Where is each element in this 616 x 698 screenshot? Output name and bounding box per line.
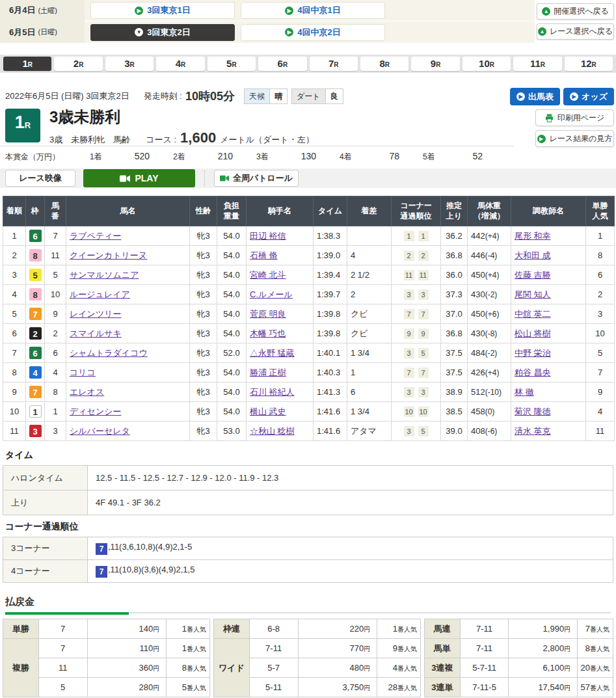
bracket-badge: 5 [29,269,42,281]
bet-type-label: 3連単 [424,678,460,697]
finish-position: 9 [3,383,26,402]
payout-popularity: 5番人気 [167,678,210,697]
result-guide-button[interactable]: ▶レース結果の見方 [535,130,614,147]
trainer-link[interactable]: 大和田 成 [515,250,551,260]
horse-name-link[interactable]: エレオス [70,387,104,397]
horse-name-link[interactable]: サンマルソムニア [70,270,139,280]
race-tab-4r[interactable]: 4R [156,57,204,71]
race-tab-2r[interactable]: 2R [54,57,102,71]
horse-name-link[interactable]: シャムトラダイコウ [70,348,148,358]
last-3f: 36.0 [441,265,468,285]
horse-name-link[interactable]: ディセンシー [70,407,122,416]
course-button-chukyo1[interactable]: ▶4回中京1日 [241,2,385,19]
trainer-link[interactable]: 菊沢 隆徳 [515,407,551,416]
trainer-link[interactable]: 中野 栄治 [515,348,551,358]
jockey-link[interactable]: C.ルメール [250,289,293,299]
corner-position: 5 [418,348,429,358]
odds-button[interactable]: ▶オッズ [563,88,614,105]
prize-amount: 520 [135,151,150,161]
jockey-link[interactable]: 横山 武史 [250,407,286,416]
trainer-link[interactable]: 尾形 和幸 [515,231,551,241]
time: 1:41.6 [314,422,347,441]
payout-popularity: 20番人気 [578,658,613,678]
prize-rank: 4着 [340,152,352,163]
last-3f: 37.5 [441,343,468,363]
bracket-number: 5 [26,265,45,285]
race-tab-6r[interactable]: 6R [258,57,306,71]
horse-name-link[interactable]: ルージュレイア [70,289,130,299]
race-tab-11r[interactable]: 11R [513,57,561,71]
play-button[interactable]: PLAY [83,169,195,187]
payout-row: 複勝7110円1番人気 [3,639,210,658]
entry-table-button[interactable]: ▶出馬表 [510,88,560,105]
trainer-link[interactable]: 林 徹 [515,387,534,397]
course-button-tokyo2[interactable]: ▼3回東京2日 [90,24,235,41]
horse-number: 2 [45,324,66,343]
horse-weight-diff: (-2) [485,290,498,299]
date-row-sun: 6月5日 (日曜) ▼3回東京2日 ▶4回中京2日 [0,21,535,43]
corner-positions: 22 [392,246,441,265]
last-time-value: 4F 49.1 - 3F 36.2 [88,490,613,515]
race-tab-9r[interactable]: 9R [411,57,459,71]
horse-name-link[interactable]: ラブペティー [70,231,122,241]
trainer-link[interactable]: 中舘 英二 [515,309,551,319]
time: 1:38.3 [314,226,347,246]
back-to-race-select-button[interactable]: ▲レース選択へ戻る [537,23,614,40]
print-page-button[interactable]: 印刷用ページ [535,109,614,126]
race-tab-8r[interactable]: 8R [360,57,408,71]
jockey-link[interactable]: ☆秋山 稔樹 [250,426,295,436]
corner-section-title: コーナー通過順位 [5,521,616,533]
course-button-chukyo2[interactable]: ▶4回中京2日 [241,24,385,41]
back-to-kaisai-button[interactable]: ▲開催選択へ戻る [537,3,614,20]
payout-popularity: 1番人気 [377,619,421,639]
win-popularity: 2 [586,285,615,304]
race-tab-1r[interactable]: 1R [3,57,51,71]
jockey-link[interactable]: 石橋 脩 [250,250,278,260]
horse-name-link[interactable]: スマイルサキ [70,329,122,338]
race-tab-7r[interactable]: 7R [310,57,358,71]
payout-amount: 770円 [298,639,377,658]
bet-selection: 7-11-5 [460,678,509,697]
time: 1:39.0 [314,246,347,265]
jockey-link[interactable]: 勝浦 正樹 [250,368,286,377]
jockey-link[interactable]: 木幡 巧也 [250,329,286,338]
race-tab-5r[interactable]: 5R [208,57,256,71]
trainer-link[interactable]: 松山 将樹 [515,329,551,338]
ninki-suffix: 番人気 [590,645,609,652]
horse-name-link[interactable]: レインツリー [70,309,122,319]
jockey-link[interactable]: 菅原 明良 [250,309,286,319]
weather-chip: 天候 晴 [244,88,288,104]
corner-position: 10 [418,407,429,417]
trainer-link[interactable]: 尾関 知人 [515,289,551,299]
race-tab-12r[interactable]: 12R [565,57,613,71]
jockey-link[interactable]: 宮崎 北斗 [250,270,286,280]
jockey-name: 横山 武史 [247,402,314,422]
horse-weight: 512(-10) [468,383,511,402]
back-circle-icon: ▲ [538,27,546,36]
trainer-link[interactable]: 粕谷 昌央 [515,368,551,377]
jockey-link[interactable]: 田辺 裕信 [250,231,286,241]
horse-name: クイーンカトリーヌ [66,246,190,265]
jockey-link[interactable]: △永野 猛蔵 [250,348,295,358]
margin: 1 3/4 [347,343,392,363]
jockey-name: 宮崎 北斗 [247,265,314,285]
bracket-badge: 7 [29,386,42,398]
corner-position: 3 [404,348,414,358]
race-tab-3r[interactable]: 3R [105,57,154,71]
race-video-button[interactable]: レース映像 [5,170,75,187]
bet-selection: 5-11 [249,678,298,697]
bet-type-label: 馬連 [424,619,460,639]
bracket-badge: 2 [29,327,42,340]
horse-name-link[interactable]: クイーンカトリーヌ [70,250,147,260]
patrol-video-button[interactable]: 全周パトロール [214,170,299,187]
jockey-link[interactable]: 石川 裕紀人 [250,387,295,397]
prize-amount: 52 [472,151,483,161]
race-number-badge: 1R [5,109,40,142]
race-tab-10r[interactable]: 10R [462,57,511,71]
horse-name-link[interactable]: コリコ [70,368,96,377]
horse-weight-diff: (-6) [485,427,498,436]
course-button-tokyo1[interactable]: ▶3回東京1日 [90,2,235,19]
horse-name-link[interactable]: シルバーセレタ [70,426,130,436]
trainer-link[interactable]: 佐藤 吉勝 [515,270,551,280]
trainer-link[interactable]: 清水 英克 [515,426,551,436]
